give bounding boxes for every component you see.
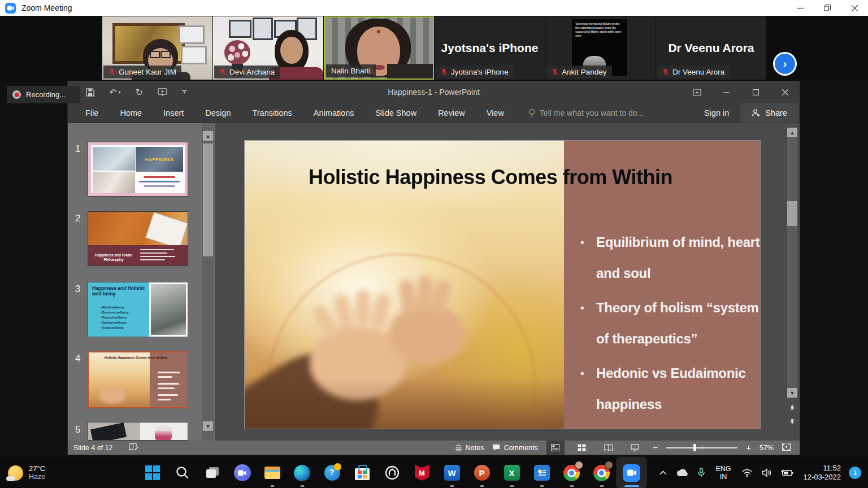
scrollbar-thumb[interactable] xyxy=(787,201,797,226)
onedrive-icon[interactable] xyxy=(671,469,693,477)
slide-show-view-button[interactable] xyxy=(626,441,644,455)
tab-insert[interactable]: Insert xyxy=(153,103,194,123)
window-close-button[interactable] xyxy=(841,0,868,16)
zoom-out-button[interactable]: − xyxy=(653,443,658,453)
recording-indicator[interactable]: Recording... xyxy=(7,86,80,103)
zoom-chat-app-icon[interactable] xyxy=(227,457,257,488)
mic-muted-icon xyxy=(108,68,115,76)
zoom-level[interactable]: 57% xyxy=(760,444,774,452)
edge-browser-icon[interactable] xyxy=(287,457,317,488)
proofing-status-icon[interactable] xyxy=(129,443,138,453)
slide-thumbnail-2[interactable]: Happiness and Hindu Philosophy xyxy=(88,211,188,266)
file-explorer-icon[interactable] xyxy=(257,457,287,488)
participant-tile-nalin-active-speaker[interactable]: Nalin Bharti xyxy=(324,16,434,80)
thumbnail-scrollbar[interactable]: ▲ ▼ xyxy=(202,123,214,441)
tab-review[interactable]: Review xyxy=(427,103,476,123)
normal-view-button[interactable] xyxy=(546,441,565,455)
zoom-slider-thumb[interactable] xyxy=(693,444,696,451)
slide-bullet-list[interactable]: Equilibrium of mind, heart and soul Theo… xyxy=(579,226,760,423)
tab-home[interactable]: Home xyxy=(109,103,153,123)
share-button[interactable]: Share xyxy=(740,103,798,123)
microphone-tray-icon[interactable] xyxy=(693,468,710,478)
task-view-icon xyxy=(205,466,220,480)
participant-tile-guneet[interactable]: Guneet Kaur JIM xyxy=(102,16,212,80)
redo-button[interactable]: ↻ xyxy=(135,87,142,98)
customize-qat-button[interactable]: ▾ xyxy=(182,90,187,94)
ppt-minimize-button[interactable] xyxy=(711,81,741,103)
search-button[interactable] xyxy=(167,457,197,488)
zoom-in-button[interactable]: + xyxy=(746,443,751,452)
scroll-up-button[interactable]: ▲ xyxy=(787,128,797,137)
mic-muted-icon xyxy=(219,68,226,76)
sign-in-button[interactable]: Sign in xyxy=(693,108,740,117)
slide-title[interactable]: Holistic Happiness Comes from Within xyxy=(273,165,708,189)
clock[interactable]: 11:52 12-03-2022 xyxy=(798,464,847,482)
office-app-icon[interactable] xyxy=(377,457,407,488)
battery-icon[interactable] xyxy=(776,469,798,477)
scroll-down-button[interactable]: ▼ xyxy=(787,388,797,398)
window-title: Zoom Meeting xyxy=(21,3,72,12)
tab-file[interactable]: File xyxy=(75,103,109,123)
slide-counter[interactable]: Slide 4 of 12 xyxy=(73,444,113,452)
tab-view[interactable]: View xyxy=(476,103,515,123)
slide-canvas[interactable]: Holistic Happiness Comes from Within Equ… xyxy=(245,141,760,429)
tab-slide-show[interactable]: Slide Show xyxy=(365,103,428,123)
mic-muted-icon xyxy=(662,68,669,76)
tab-design[interactable]: Design xyxy=(194,103,241,123)
tell-me-search[interactable]: Tell me what you want to do... xyxy=(528,108,644,117)
slide-thumbnail-1[interactable]: HAPPINESS xyxy=(88,142,188,197)
next-participants-button[interactable]: › xyxy=(773,52,797,76)
wifi-icon[interactable] xyxy=(737,468,757,477)
save-button[interactable] xyxy=(86,88,94,97)
chrome-profile2-icon[interactable] xyxy=(587,457,617,488)
window-minimize-button[interactable] xyxy=(787,0,814,16)
zoom-meeting-app-active[interactable] xyxy=(617,457,646,488)
slide-scrollbar[interactable]: ▲ ▼ ▲▲ ▼▼ xyxy=(787,128,798,437)
participant-tile-jyotsna[interactable]: Jyotsna's iPhone Jyotsna's iPhone xyxy=(435,16,545,80)
participant-tile-ankit[interactable]: 'Dont fear for facing failure in the fir… xyxy=(545,16,656,80)
tab-transitions[interactable]: Transitions xyxy=(241,103,302,123)
previous-slide-button[interactable]: ▲▲ xyxy=(787,401,797,412)
slide-thumbnail-4-selected[interactable]: Holistic Happiness Comes from Within xyxy=(88,351,188,408)
start-button[interactable] xyxy=(137,457,167,488)
scrollbar-thumb[interactable] xyxy=(203,143,213,256)
participant-tile-veenu[interactable]: Dr Veenu Arora Dr Veenu Arora xyxy=(656,16,766,80)
ppt-maximize-button[interactable] xyxy=(741,81,770,103)
next-slide-button[interactable]: ▼▼ xyxy=(787,416,797,427)
search-highlights-icon[interactable] xyxy=(317,457,347,488)
slide-thumbnail-5[interactable] xyxy=(88,422,188,441)
presentation-viewer-icon[interactable] xyxy=(527,457,557,488)
start-from-beginning-button[interactable] xyxy=(158,88,167,97)
weather-widget[interactable]: 27°C Haze xyxy=(8,457,45,488)
microsoft-store-icon[interactable] xyxy=(347,457,377,488)
mcafee-icon[interactable]: M xyxy=(407,457,437,488)
task-view-button[interactable] xyxy=(197,457,227,488)
word-icon[interactable]: W xyxy=(437,457,467,488)
fit-slide-to-window-button[interactable] xyxy=(782,443,791,452)
lightbulb-icon xyxy=(528,108,535,117)
participant-name-label: Ankit Pandey xyxy=(546,66,612,79)
comments-icon xyxy=(492,444,500,451)
excel-icon[interactable]: X xyxy=(497,457,527,488)
tab-animations[interactable]: Animations xyxy=(303,103,365,123)
tray-chevron-up[interactable] xyxy=(655,470,671,475)
slide-thumbnail-3[interactable]: Happiness and Holistic well-being Mental… xyxy=(88,282,188,337)
volume-icon[interactable] xyxy=(757,468,776,477)
slide-sorter-view-button[interactable] xyxy=(573,441,591,455)
scroll-up-button[interactable]: ▲ xyxy=(203,131,213,141)
participant-tile-devi[interactable]: Devi Archana xyxy=(213,16,323,80)
reading-view-button[interactable] xyxy=(600,441,618,455)
notes-button[interactable]: Notes xyxy=(455,444,484,452)
notification-badge[interactable]: 1 xyxy=(849,467,861,479)
window-restore-button[interactable] xyxy=(814,0,841,16)
language-indicator[interactable]: ENG IN xyxy=(710,465,736,481)
comments-button[interactable]: Comments xyxy=(492,444,537,452)
ribbon-display-options-button[interactable] xyxy=(682,81,711,103)
chrome-profile1-icon[interactable] xyxy=(557,457,587,488)
scroll-down-button[interactable]: ▼ xyxy=(203,421,213,431)
undo-button[interactable]: ↶▾ xyxy=(109,87,120,98)
powerpoint-icon[interactable]: P xyxy=(467,457,497,488)
chevron-right-icon: › xyxy=(775,54,795,74)
zoom-slider[interactable] xyxy=(666,441,737,455)
ppt-close-button[interactable] xyxy=(770,81,800,103)
